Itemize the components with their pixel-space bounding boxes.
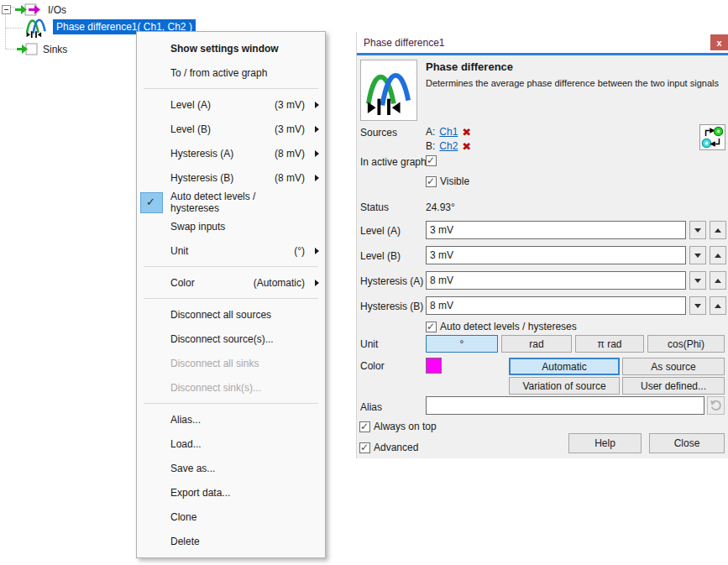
auto-detect-checkbox[interactable] xyxy=(426,322,437,332)
help-button[interactable]: Help xyxy=(568,433,642,453)
settings-window: Phase difference1 x Phase difference Det… xyxy=(356,32,728,458)
menu-item-save-as[interactable]: Save as... xyxy=(137,456,325,480)
app-canvas: I/Os Phase difference1( Ch1, Ch2 ) Sinks… xyxy=(0,0,728,565)
connect-source-sink-button[interactable] xyxy=(699,124,725,150)
menu-item-label: Delete xyxy=(170,536,200,547)
hysteresis-a-label: Hysteresis (A) xyxy=(360,275,423,287)
menu-item-label: Color xyxy=(170,277,195,289)
menu-item-label: Disconnect source(s)... xyxy=(170,333,274,345)
close-window-button[interactable]: x xyxy=(710,34,728,50)
menu-item-show-settings[interactable]: Show settings window xyxy=(137,36,325,60)
alias-reset-button[interactable] xyxy=(707,396,725,415)
hysteresis-a-input[interactable] xyxy=(426,271,686,290)
tree-item-sinks[interactable]: Sinks xyxy=(17,42,67,56)
submenu-arrow-icon xyxy=(315,102,319,108)
menu-separator xyxy=(144,403,318,404)
arrow-up-icon xyxy=(715,304,721,308)
hysteresis-a-spin-up-button[interactable] xyxy=(710,271,726,290)
submenu-arrow-icon xyxy=(315,280,319,286)
remove-source-a-icon[interactable]: ✖ xyxy=(462,128,471,137)
sinks-icon xyxy=(17,42,39,56)
sources-label: Sources xyxy=(360,127,397,139)
menu-separator xyxy=(144,298,318,299)
menu-item-swap-inputs[interactable]: Swap inputs xyxy=(137,214,325,238)
menu-item-clone[interactable]: Clone xyxy=(137,505,325,529)
menu-item-export-data[interactable]: Export data... xyxy=(137,480,325,505)
source-a-row: A: Ch1 ✖ xyxy=(426,126,471,138)
hysteresis-b-spin-down-button[interactable] xyxy=(689,296,706,315)
source-b-prefix: B: xyxy=(426,140,435,152)
menu-item-value: (8 mV) xyxy=(275,172,306,184)
level-b-input[interactable] xyxy=(426,246,686,264)
level-b-spin-up-button[interactable] xyxy=(710,246,726,264)
hysteresis-a-spin-down-button[interactable] xyxy=(689,271,706,290)
in-active-graph-checkbox[interactable] xyxy=(426,155,437,166)
color-automatic-button[interactable]: Automatic xyxy=(509,358,620,375)
unit-rad-button[interactable]: rad xyxy=(501,335,572,353)
unit-degrees-button[interactable]: ° xyxy=(426,335,498,353)
visible-checkbox[interactable] xyxy=(426,176,437,187)
arrow-down-icon xyxy=(694,279,701,283)
phase-difference-icon xyxy=(24,15,49,39)
color-user-defined-button[interactable]: User defined... xyxy=(622,377,725,395)
alias-label: Alias xyxy=(360,401,382,413)
menu-checkmark-icon xyxy=(140,192,163,213)
menu-item-unit[interactable]: Unit(°) xyxy=(137,238,325,263)
menu-item-auto-detect[interactable]: Auto detect levels / hystereses xyxy=(137,190,325,214)
source-a-link[interactable]: Ch1 xyxy=(439,126,458,138)
menu-item-label: Disconnect all sinks xyxy=(170,358,259,369)
menu-item-label: Swap inputs xyxy=(170,221,225,233)
close-button[interactable]: Close xyxy=(649,433,725,453)
menu-item-disconnect-all-sources[interactable]: Disconnect all sources xyxy=(137,302,325,327)
advanced-checkbox[interactable] xyxy=(359,442,370,453)
submenu-arrow-icon xyxy=(315,150,319,157)
menu-item-to-from-active-graph[interactable]: To / from active graph xyxy=(137,60,325,85)
unit-pi-rad-button[interactable]: π rad xyxy=(575,335,644,353)
menu-item-load[interactable]: Load... xyxy=(137,432,325,456)
menu-item-label: Level (B) xyxy=(170,123,211,135)
arrow-up-icon xyxy=(715,228,721,233)
menu-item-alias[interactable]: Alias... xyxy=(137,407,325,432)
color-variation-of-source-button[interactable]: Variation of source xyxy=(509,377,620,395)
level-a-spin-down-button[interactable] xyxy=(689,221,706,239)
level-a-spin-up-button[interactable] xyxy=(710,221,726,239)
phase-difference-large-icon-box xyxy=(360,60,417,121)
settings-window-titlebar: Phase difference1 x xyxy=(357,32,728,53)
always-on-top-checkbox[interactable] xyxy=(359,421,370,432)
unit-cos-phi-button[interactable]: cos(Phi) xyxy=(647,335,725,353)
collapse-expander-icon[interactable] xyxy=(2,5,11,14)
color-swatch[interactable] xyxy=(426,358,442,374)
alias-input[interactable] xyxy=(426,396,704,415)
menu-item-label: Alias... xyxy=(170,414,201,426)
color-as-source-button[interactable]: As source xyxy=(622,358,725,375)
menu-item-label: Hysteresis (B) xyxy=(170,172,233,184)
level-b-spin-down-button[interactable] xyxy=(689,246,706,264)
hysteresis-b-spin-up-button[interactable] xyxy=(710,296,726,315)
always-on-top-row: Always on top xyxy=(359,421,437,432)
status-label: Status xyxy=(360,201,389,213)
menu-item-color[interactable]: Color(Automatic) xyxy=(137,270,325,295)
hysteresis-b-label: Hysteresis (B) xyxy=(360,301,423,312)
source-b-link[interactable]: Ch2 xyxy=(439,140,458,152)
menu-item-level-a[interactable]: Level (A)(3 mV) xyxy=(137,92,325,117)
menu-item-label: To / from active graph xyxy=(170,67,267,79)
submenu-arrow-icon xyxy=(315,248,319,254)
color-label: Color xyxy=(360,360,385,372)
tree-connector-line xyxy=(6,28,23,29)
tree-connector-line xyxy=(6,49,16,50)
menu-item-disconnect-sources[interactable]: Disconnect source(s)... xyxy=(137,327,325,351)
undo-icon xyxy=(710,400,722,411)
menu-item-label: Clone xyxy=(170,511,196,523)
unit-label: Unit xyxy=(360,338,378,350)
menu-item-label: Hysteresis (A) xyxy=(170,148,233,160)
submenu-arrow-icon xyxy=(315,126,319,133)
menu-item-hysteresis-b[interactable]: Hysteresis (B)(8 mV) xyxy=(137,165,325,190)
hysteresis-b-input[interactable] xyxy=(426,296,686,315)
block-description: Determines the average phase difference … xyxy=(426,78,721,88)
level-a-input[interactable] xyxy=(426,221,686,239)
menu-item-delete[interactable]: Delete xyxy=(137,529,325,553)
menu-item-level-b[interactable]: Level (B)(3 mV) xyxy=(137,117,325,141)
remove-source-b-icon[interactable]: ✖ xyxy=(462,142,471,151)
settings-window-body: Phase difference Determines the average … xyxy=(357,55,728,458)
menu-item-hysteresis-a[interactable]: Hysteresis (A)(8 mV) xyxy=(137,141,325,165)
